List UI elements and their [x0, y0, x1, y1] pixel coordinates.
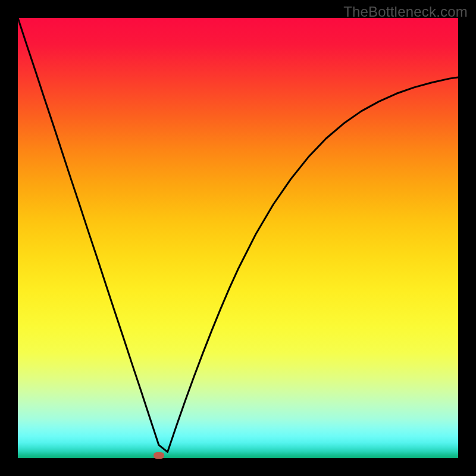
watermark-text: TheBottleneck.com: [343, 4, 468, 20]
bottleneck-curve: [18, 18, 458, 452]
minimum-marker: [154, 452, 164, 459]
curve-svg: [18, 18, 458, 458]
chart-frame: TheBottleneck.com: [0, 0, 476, 476]
plot-area: [18, 18, 458, 458]
